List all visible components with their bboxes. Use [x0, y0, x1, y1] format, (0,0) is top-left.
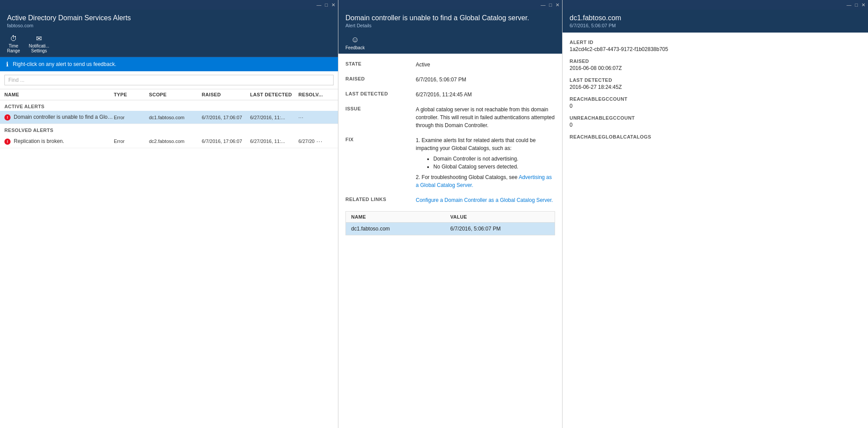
detail-content: STATE Active RAISED 6/7/2016, 5:06:07 PM… — [338, 54, 562, 428]
feedback-area: ☺ Feedback — [338, 33, 562, 54]
right-minimize-button[interactable]: — — [846, 3, 851, 7]
reachable-gc-value: 0 — [570, 103, 861, 109]
alert-id-row: ALERT ID 1a2cd4c2-cb87-4473-9172-f1b0283… — [570, 40, 861, 52]
info-message: Right-click on any alert to send us feed… — [13, 61, 116, 67]
resolved-alert-raised-1: 6/7/2016, 17:06:07 — [202, 139, 250, 144]
info-icon: ℹ — [6, 61, 8, 68]
middle-maximize-button[interactable]: □ — [549, 3, 552, 7]
alert-subtitle: Alert Details — [345, 23, 555, 28]
middle-close-button[interactable]: ✕ — [556, 3, 559, 7]
right-maximize-button[interactable]: □ — [855, 3, 858, 7]
active-alerts-label: ACTIVE ALERTS — [0, 100, 338, 111]
left-window-chrome: — □ ✕ — [0, 0, 338, 10]
reachable-gc-label: REACHABLEGCCOUNT — [570, 96, 861, 102]
feedback-icon: ☺ — [351, 35, 359, 44]
table-header: NAME TYPE SCOPE RAISED LAST DETECTED RES… — [0, 89, 338, 100]
alert-title: Domain controller is unable to find a Gl… — [345, 14, 555, 22]
related-link[interactable]: Configure a Domain Controller as a Globa… — [416, 197, 553, 203]
right-content: ALERT ID 1a2cd4c2-cb87-4473-9172-f1b0283… — [563, 33, 868, 428]
right-last-detected-label: LAST DETECTED — [570, 77, 861, 83]
right-close-button[interactable]: ✕ — [861, 3, 865, 7]
active-alert-name-1: ! Domain controller is unable to find a … — [4, 114, 114, 121]
resolved-alert-name-1: ! Replication is broken. — [4, 138, 114, 145]
left-close-button[interactable]: ✕ — [331, 3, 335, 7]
left-panel: — □ ✕ Active Directory Domain Services A… — [0, 0, 338, 428]
feedback-button[interactable]: ☺ Feedback — [345, 35, 365, 50]
detail-table-row-1[interactable]: dc1.fabtoso.com 6/7/2016, 5:06:07 PM — [346, 223, 555, 235]
server-subtitle: 6/7/2016, 5:06:07 PM — [570, 23, 861, 28]
issue-value: A global catalog server is not reachable… — [416, 106, 555, 129]
resolved-alert-last-detected-1: 6/27/2016, 11:... — [250, 139, 298, 144]
issue-row: ISSUE A global catalog server is not rea… — [345, 106, 555, 129]
reachable-global-label: REACHABLEGLOBALCATALOGS — [570, 134, 861, 139]
server-title: dc1.fabtoso.com — [570, 14, 861, 22]
search-bar — [0, 71, 338, 89]
detail-col-value: VALUE — [450, 214, 550, 219]
state-row: STATE Active — [345, 61, 555, 69]
col-type: TYPE — [114, 92, 149, 97]
active-alert-type-1: Error — [114, 115, 149, 120]
left-minimize-button[interactable]: — — [316, 3, 321, 7]
left-header: Active Directory Domain Services Alerts … — [0, 10, 338, 33]
error-icon-2: ! — [4, 139, 11, 145]
active-alert-scope-1: dc1.fabtoso.com — [149, 115, 202, 120]
notification-label: Notificati...Settings — [29, 44, 49, 53]
alert-id-value: 1a2cd4c2-cb87-4473-9172-f1b02838b705 — [570, 46, 861, 52]
info-bar: ℹ Right-click on any alert to send us fe… — [0, 57, 338, 71]
col-resolved: RESOLV... — [298, 92, 334, 97]
search-input[interactable] — [4, 75, 334, 85]
time-range-button[interactable]: ⏱ TimeRange — [7, 35, 20, 53]
right-last-detected-row: LAST DETECTED 2016-06-27 18:24:45Z — [570, 77, 861, 90]
detail-table: NAME VALUE dc1.fabtoso.com 6/7/2016, 5:0… — [345, 211, 555, 235]
resolved-alert-row-1[interactable]: ! Replication is broken. Error dc2.fabto… — [0, 135, 338, 148]
middle-panel: — □ ✕ Domain controller is unable to fin… — [338, 0, 563, 428]
detail-row-name-1: dc1.fabtoso.com — [351, 226, 450, 232]
right-raised-label: RAISED — [570, 59, 861, 64]
issue-label: ISSUE — [345, 106, 416, 129]
resolved-alerts-label: RESOLVED ALERTS — [0, 124, 338, 135]
app-subtitle: fabtoso.com — [7, 23, 331, 28]
resolved-alert-type-1: Error — [114, 139, 149, 144]
active-alert-more-1[interactable]: ··· — [298, 115, 334, 120]
left-maximize-button[interactable]: □ — [325, 3, 328, 7]
resolved-alert-resolved-1: 6/27/20 ··· — [298, 138, 334, 145]
state-label: STATE — [345, 61, 416, 69]
middle-minimize-button[interactable]: — — [541, 3, 545, 7]
time-range-label: TimeRange — [7, 44, 20, 53]
col-name: NAME — [4, 92, 114, 97]
notification-settings-button[interactable]: ✉ Notificati...Settings — [29, 34, 49, 53]
last-detected-label: LAST DETECTED — [345, 91, 416, 99]
related-links-row: RELATED LINKS Configure a Domain Control… — [345, 196, 555, 204]
feedback-label: Feedback — [345, 45, 365, 50]
unreachable-gc-label: UNREACHABLEGCCOUNT — [570, 115, 861, 121]
notification-icon: ✉ — [36, 34, 42, 43]
right-raised-value: 2016-06-08 00:06:07Z — [570, 65, 861, 71]
error-icon-1: ! — [4, 114, 11, 121]
app-title: Active Directory Domain Services Alerts — [7, 14, 331, 22]
fix-value: 1. Examine alerts list for related alert… — [416, 136, 555, 189]
col-last-detected: LAST DETECTED — [250, 92, 298, 97]
last-detected-value: 6/27/2016, 11:24:45 AM — [416, 91, 555, 99]
right-panel: — □ ✕ dc1.fabtoso.com 6/7/2016, 5:06:07 … — [563, 0, 868, 428]
middle-window-chrome: — □ ✕ — [338, 0, 562, 10]
resolved-alert-more-1[interactable]: ··· — [316, 138, 323, 145]
unreachable-gc-value: 0 — [570, 122, 861, 128]
active-alert-raised-1: 6/7/2016, 17:06:07 — [202, 115, 250, 120]
right-window-chrome: — □ ✕ — [563, 0, 868, 10]
right-header: dc1.fabtoso.com 6/7/2016, 5:06:07 PM — [563, 10, 868, 33]
fix-label: FIX — [345, 136, 416, 189]
reachable-global-row: REACHABLEGLOBALCATALOGS — [570, 134, 861, 139]
active-alert-last-detected-1: 6/27/2016, 11:... — [250, 115, 298, 120]
right-last-detected-value: 2016-06-27 18:24:45Z — [570, 84, 861, 90]
fix-row: FIX 1. Examine alerts list for related a… — [345, 136, 555, 189]
fix-bullet-2: No Global Catalog servers detected. — [433, 163, 555, 171]
active-alert-row-1[interactable]: ! Domain controller is unable to find a … — [0, 111, 338, 124]
raised-row: RAISED 6/7/2016, 5:06:07 PM — [345, 76, 555, 84]
detail-table-header: NAME VALUE — [346, 212, 555, 223]
col-scope: SCOPE — [149, 92, 202, 97]
state-value: Active — [416, 61, 555, 69]
unreachable-gc-row: UNREACHABLEGCCOUNT 0 — [570, 115, 861, 128]
middle-header: Domain controller is unable to find a Gl… — [338, 10, 562, 33]
left-toolbar: ⏱ TimeRange ✉ Notificati...Settings — [0, 33, 338, 57]
detail-row-value-1: 6/7/2016, 5:06:07 PM — [450, 226, 550, 232]
